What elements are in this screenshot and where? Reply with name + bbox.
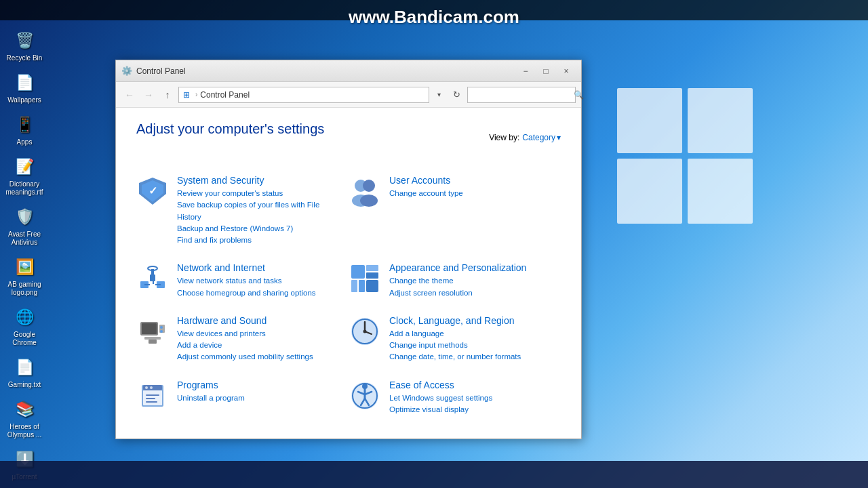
category-network: Network and Internet View network status… (136, 254, 349, 307)
svg-rect-18 (351, 280, 357, 292)
avast-icon: 🛡️ (12, 205, 37, 229)
ab-gaming-icon: 🖼️ (12, 255, 37, 279)
search-box: 🔍 (467, 87, 576, 103)
user-accounts-link-0[interactable]: Change account type (389, 188, 555, 199)
svg-point-36 (145, 386, 148, 389)
desktop-icon-dictionary[interactable]: 📝 Dictionary meanings.rtf (3, 152, 46, 199)
user-accounts-title[interactable]: User Accounts (389, 175, 555, 186)
ease-link-1[interactable]: Optimize visual display (389, 404, 555, 415)
desktop-icon-gaming-txt[interactable]: 📄 Gaming.txt (3, 352, 46, 392)
programs-link-0[interactable]: Uninstall a program (177, 392, 343, 404)
hardware-link-2[interactable]: Adjust commonly used mobility settings (177, 351, 343, 363)
window-title-bar[interactable]: ⚙️ Control Panel − □ × (116, 60, 581, 82)
maximize-button[interactable]: □ (536, 64, 555, 79)
hardware-link-0[interactable]: View devices and printers (177, 328, 343, 340)
search-input[interactable] (472, 90, 574, 100)
network-icon (136, 262, 169, 295)
svg-rect-11 (153, 280, 154, 284)
appearance-icon (349, 262, 381, 295)
forward-button[interactable]: → (140, 87, 157, 103)
view-by-value: Category (522, 133, 555, 142)
wallpapers-icon: 📄 (12, 70, 37, 95)
clock-link-2[interactable]: Change date, time, or number formats (389, 351, 555, 363)
desktop-icon-google-chrome[interactable]: 🌐 Google Chrome (3, 302, 46, 350)
category-clock: Clock, Language, and Region Add a langua… (349, 307, 561, 371)
view-by-button[interactable]: Category ▾ (522, 133, 561, 142)
gaming-txt-label: Gaming.txt (8, 381, 41, 389)
desktop-icon-wallpapers[interactable]: 📄 Wallpapers (3, 68, 46, 107)
view-by-chevron-icon: ▾ (557, 133, 561, 142)
taskbar-bottom (0, 461, 868, 488)
svg-rect-20 (366, 280, 378, 292)
category-user-accounts: User Accounts Change account type (349, 167, 561, 254)
ease-content: Ease of Access Let Windows suggest setti… (389, 380, 555, 416)
back-button[interactable]: ← (121, 87, 138, 103)
appearance-link-1[interactable]: Adjust screen resolution (389, 287, 555, 299)
hardware-content: Hardware and Sound View devices and prin… (177, 315, 343, 363)
programs-title[interactable]: Programs (177, 380, 343, 390)
programs-content: Programs Uninstall a program (177, 380, 343, 404)
svg-rect-25 (149, 340, 157, 344)
network-link-0[interactable]: View network status and tasks (177, 275, 343, 287)
desktop-icon-apps[interactable]: 📱 Apps (3, 110, 46, 149)
svg-rect-22 (142, 323, 157, 334)
clock-content: Clock, Language, and Region Add a langua… (389, 315, 555, 363)
hardware-link-1[interactable]: Add a device (177, 340, 343, 351)
ease-title[interactable]: Ease of Access (389, 380, 555, 390)
network-title[interactable]: Network and Internet (177, 262, 343, 273)
system-security-link-1[interactable]: Save backup copies of your files with Fi… (177, 199, 343, 223)
clock-title[interactable]: Clock, Language, and Region (389, 315, 555, 326)
desktop-icon-ab-gaming[interactable]: 🖼️ AB gaming logo.png (3, 252, 46, 300)
system-security-content: System and Security Review your computer… (177, 175, 343, 246)
heroes-label: Heroes of Olympus ... (4, 423, 45, 439)
system-security-title[interactable]: System and Security (177, 175, 343, 186)
user-accounts-content: User Accounts Change account type (389, 175, 555, 199)
address-bar[interactable]: ⊞ › Control Panel (178, 87, 429, 103)
appearance-title[interactable]: Appearance and Personalization (389, 262, 555, 273)
category-system-security: ✓ System and Security Review your comput… (136, 167, 349, 254)
svg-rect-40 (146, 401, 157, 403)
apps-label: Apps (17, 138, 33, 146)
clock-link-1[interactable]: Change input methods (389, 340, 555, 351)
recycle-bin-label: Recycle Bin (7, 54, 43, 62)
svg-rect-15 (351, 265, 365, 279)
category-programs: Programs Uninstall a program (136, 371, 349, 424)
address-separator: › (195, 91, 197, 98)
control-panel-window: ⚙️ Control Panel − □ × ← → ↑ ⊞ › Control… (115, 60, 582, 439)
up-button[interactable]: ↑ (159, 87, 176, 103)
svg-point-32 (363, 329, 367, 333)
appearance-content: Appearance and Personalization Change th… (389, 262, 555, 299)
desktop-icon-avast[interactable]: 🛡️ Avast Free Antivirus (3, 202, 46, 249)
system-security-link-2[interactable]: Backup and Restore (Windows 7) (177, 223, 343, 235)
ab-gaming-label: AB gaming logo.png (4, 281, 45, 297)
dictionary-icon: 📝 (12, 155, 37, 179)
address-dropdown-button[interactable]: ▾ (432, 87, 446, 103)
desktop-icon-recycle-bin[interactable]: 🗑️ Recycle Bin (3, 26, 46, 65)
network-link-1[interactable]: Choose homegroup and sharing options (177, 287, 343, 299)
appearance-link-0[interactable]: Change the theme (389, 275, 555, 287)
window-title-text: Control Panel (136, 66, 516, 76)
google-chrome-icon: 🌐 (12, 305, 37, 329)
ease-icon (349, 380, 381, 412)
svg-rect-39 (146, 398, 155, 399)
google-chrome-label: Google Chrome (4, 331, 45, 347)
view-by-label: View by: (489, 133, 519, 142)
desktop-icon-heroes[interactable]: 📚 Heroes of Olympus ... (3, 394, 46, 442)
recycle-bin-icon: 🗑️ (12, 28, 37, 53)
programs-icon (136, 380, 169, 412)
svg-point-6 (360, 195, 378, 207)
svg-point-4 (363, 180, 375, 192)
system-security-link-0[interactable]: Review your computer's status (177, 188, 343, 199)
ease-link-0[interactable]: Let Windows suggest settings (389, 392, 555, 404)
windows-logo-decoration (583, 54, 787, 258)
system-security-link-3[interactable]: Find and fix problems (177, 235, 343, 246)
svg-text:✓: ✓ (149, 185, 157, 197)
svg-point-37 (150, 386, 153, 389)
network-content: Network and Internet View network status… (177, 262, 343, 299)
hardware-icon (136, 315, 169, 348)
hardware-title[interactable]: Hardware and Sound (177, 315, 343, 326)
close-button[interactable]: × (557, 64, 576, 79)
refresh-button[interactable]: ↻ (448, 87, 465, 103)
clock-link-0[interactable]: Add a language (389, 328, 555, 340)
minimize-button[interactable]: − (516, 64, 535, 79)
